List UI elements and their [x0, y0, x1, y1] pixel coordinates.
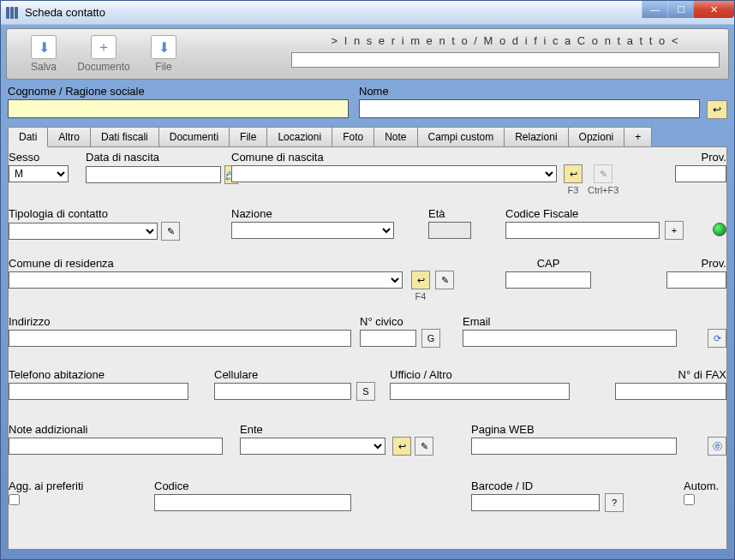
sesso-label: Sesso [9, 151, 69, 164]
civico-label: N° civico [360, 315, 416, 328]
tab-campi-custom[interactable]: Campi custom [417, 127, 505, 146]
tab-locazioni[interactable]: Locazioni [266, 127, 332, 146]
tab-panel-dati: Sesso M Data di nascita 📇 Comune di nasc… [8, 147, 727, 550]
email-refresh-button[interactable]: ⟳ [708, 329, 726, 348]
minimize-button[interactable]: — [642, 1, 667, 18]
indirizzo-label: Indirizzo [9, 315, 351, 328]
eta-label: Età [428, 207, 471, 220]
f3-hotkey: F3 [568, 185, 579, 195]
tel-ab-input[interactable] [9, 383, 188, 400]
lookup-icon: ↩ [398, 441, 406, 452]
codfisc-label: Codice Fiscale [505, 207, 660, 220]
toolbar: ⬇ Salva ＋ Documento ⬇ File > I n s e r i… [6, 28, 729, 80]
ufficio-label: Ufficio / Altro [390, 368, 570, 381]
cell-label: Cellulare [214, 368, 351, 381]
comune-nascita-label: Comune di nascita [231, 151, 557, 164]
eta-input [428, 222, 471, 239]
data-nascita-input[interactable] [86, 166, 221, 183]
comune-res-edit-button[interactable]: ✎ [435, 271, 454, 289]
file-icon: ⬇ [151, 35, 176, 59]
note-input[interactable] [9, 438, 223, 455]
email-input[interactable] [463, 330, 677, 347]
ente-label: Ente [240, 423, 385, 436]
save-icon: ⬇ [31, 35, 57, 59]
barcode-input[interactable] [471, 494, 600, 511]
cell-input[interactable] [214, 383, 351, 400]
ente-lookup-button[interactable]: ↩ [392, 437, 411, 456]
cap-input[interactable] [505, 271, 591, 289]
nazione-select[interactable] [231, 222, 394, 239]
pencil-icon: ✎ [441, 275, 449, 286]
web-label: Pagina WEB [471, 423, 677, 436]
tabstrip: Dati Altro Dati fiscali Documenti File L… [8, 127, 727, 147]
tab-altro[interactable]: Altro [47, 127, 91, 146]
sync-icon: ↩ [713, 104, 721, 116]
civico-input[interactable] [360, 330, 416, 347]
nome-label: Nome [359, 85, 700, 98]
close-button[interactable]: ✕ [693, 1, 734, 18]
cap-label: CAP [505, 257, 591, 270]
barcode-help-button[interactable]: ? [605, 493, 624, 512]
maximize-button[interactable]: ☐ [667, 1, 693, 18]
tipologia-edit-button[interactable]: ✎ [161, 222, 180, 241]
note-label: Note addizionali [9, 423, 223, 436]
prov2-input[interactable] [666, 271, 726, 289]
tab-plus[interactable]: + [624, 127, 652, 146]
tab-note[interactable]: Note [373, 127, 417, 146]
indirizzo-input[interactable] [9, 330, 351, 347]
prov1-label: Prov. [675, 151, 726, 164]
codice-label: Codice [154, 480, 351, 492]
nome-input[interactable] [359, 99, 700, 118]
pref-label: Agg. ai preferiti [9, 480, 103, 492]
titlebar[interactable]: Scheda contatto — ☐ ✕ [1, 1, 734, 25]
document-button[interactable]: ＋ Documento [74, 35, 134, 73]
cognome-input[interactable] [8, 99, 349, 118]
pencil-icon: ✎ [167, 226, 175, 237]
codfisc-status-led [713, 223, 726, 236]
edit-icon: ✎ [600, 169, 607, 180]
prov1-input[interactable] [675, 165, 726, 182]
ente-edit-button[interactable]: ✎ [415, 437, 433, 456]
codfisc-plus-button[interactable]: + [665, 221, 684, 240]
comune-res-f4-button[interactable]: ↩ [411, 271, 430, 289]
pref-checkbox[interactable] [9, 494, 20, 505]
sync-button[interactable]: ↩ [707, 100, 727, 119]
tab-foto[interactable]: Foto [332, 127, 374, 146]
lookup-icon: ↩ [570, 169, 577, 180]
cell-s-button[interactable]: S [356, 382, 375, 401]
ente-select[interactable] [240, 438, 385, 455]
fax-input[interactable] [615, 383, 726, 400]
web-open-button[interactable]: ⓔ [708, 437, 726, 456]
comune-res-label: Comune di residenza [9, 257, 403, 270]
save-button[interactable]: ⬇ Salva [14, 35, 74, 73]
tab-dati-fiscali[interactable]: Dati fiscali [90, 127, 159, 146]
comune-nascita-f3-button[interactable]: ↩ [564, 164, 583, 183]
data-nascita-label: Data di nascita [86, 151, 206, 164]
tab-relazioni[interactable]: Relazioni [504, 127, 568, 146]
codfisc-input[interactable] [505, 222, 660, 239]
comune-res-select[interactable] [9, 271, 403, 289]
tab-opzioni[interactable]: Opzioni [568, 127, 625, 146]
tab-documenti[interactable]: Documenti [158, 127, 230, 146]
tab-dati[interactable]: Dati [8, 127, 48, 147]
tab-file[interactable]: File [229, 127, 267, 146]
file-button[interactable]: ⬇ File [134, 35, 194, 73]
tipologia-label: Tipologia di contatto [9, 207, 180, 220]
tipologia-select[interactable] [9, 223, 158, 240]
app-window: Scheda contatto — ☐ ✕ ⬇ Salva ＋ Document… [0, 0, 735, 560]
tel-ab-label: Telefono abitazione [9, 368, 188, 381]
window-title: Scheda contatto [25, 6, 105, 19]
civico-g-button[interactable]: G [421, 329, 440, 348]
mode-input[interactable] [291, 52, 720, 68]
autom-checkbox[interactable] [684, 494, 695, 505]
nazione-label: Nazione [231, 207, 394, 220]
sesso-select[interactable]: M [9, 165, 69, 182]
ctrlf3-hotkey: Ctrl+F3 [588, 185, 618, 195]
codice-input[interactable] [154, 494, 351, 511]
refresh-icon: ⟳ [714, 333, 721, 344]
globe-icon: ⓔ [713, 440, 722, 453]
comune-nascita-ctrlf3-button[interactable]: ✎ [594, 164, 612, 183]
ufficio-input[interactable] [390, 383, 570, 400]
comune-nascita-select[interactable] [231, 165, 557, 182]
web-input[interactable] [471, 438, 677, 455]
